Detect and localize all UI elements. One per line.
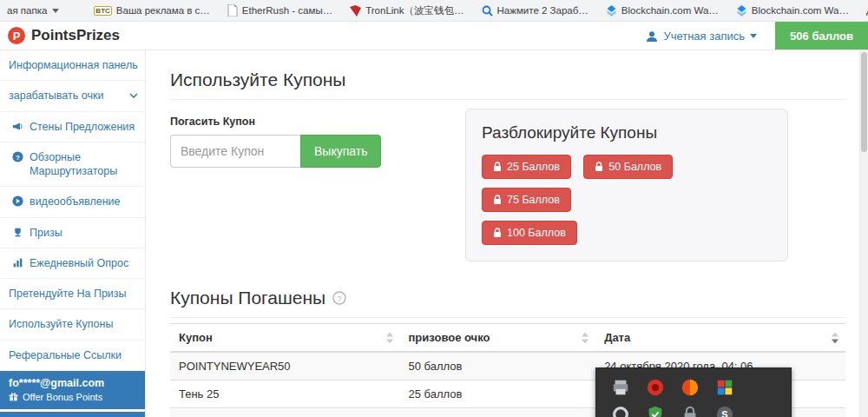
bonus-account-qq[interactable]: 90*****@qq.com Offer Bonus Points — [0, 412, 145, 417]
caret-down-icon — [52, 9, 59, 13]
system-tray-popup: S — [595, 367, 792, 417]
chart-icon — [12, 257, 23, 268]
trophy-icon — [12, 227, 23, 238]
chevron-down-icon — [129, 93, 138, 98]
coupon-input[interactable] — [170, 135, 300, 168]
unlock-coupons-card: Разблокируйте Купоны 25 Баллов 50 Баллов… — [465, 109, 788, 261]
divider — [170, 99, 845, 100]
bookmark-item[interactable]: Blockchain.com Wa… — [736, 5, 849, 17]
main-content: Используйте Купоны Погасить Купон Выкупа… — [146, 50, 859, 417]
cell-points: 50 баллов — [400, 352, 596, 381]
account-email: fo*****@gmail.com — [9, 377, 136, 389]
bookmark-item[interactable]: TronLink（波宝钱包… — [350, 4, 464, 17]
s-app-tray-icon[interactable]: S — [715, 405, 734, 417]
unlock-100-button[interactable]: 100 Баллов — [482, 221, 577, 245]
svg-text:P: P — [13, 30, 21, 43]
unlock-25-button[interactable]: 25 Баллов — [482, 155, 571, 179]
sidebar-item-label: видеообъявление — [30, 195, 121, 208]
redeem-button[interactable]: Выкупать — [300, 135, 381, 168]
sort-desc-icon — [832, 332, 838, 343]
sidebar-item-prizes[interactable]: Призы — [0, 218, 145, 248]
sidebar-item-referral-links[interactable]: Реферальные Ссылки — [0, 341, 145, 371]
sidebar-item-label: Претендуйте На Призы — [9, 288, 127, 300]
megaphone-icon — [12, 121, 23, 132]
sidebar: Информационная панель зарабатывать очки … — [0, 50, 146, 417]
user-icon — [646, 30, 658, 43]
bookmark-item[interactable]: Blockchain.com Wa… — [606, 5, 719, 17]
page-title: Используйте Купоны — [170, 70, 845, 90]
sidebar-item-daily-poll[interactable]: Ежедневный Опрос — [0, 248, 145, 279]
lock-icon — [493, 228, 502, 238]
sort-icon — [386, 332, 393, 343]
color-grid-tray-icon[interactable] — [715, 378, 734, 397]
vertical-scrollbar[interactable] — [859, 50, 868, 417]
unlock-button-label: 25 Баллов — [507, 161, 560, 173]
sidebar-item-dashboard[interactable]: Информационная панель — [0, 50, 145, 81]
unlock-button-label: 100 Баллов — [507, 227, 566, 239]
printer-tray-icon[interactable] — [611, 378, 630, 397]
points-badge[interactable]: 506 баллов — [775, 22, 868, 50]
shield-check-tray-icon[interactable] — [646, 405, 665, 417]
redeem-form: Погасить Купон Выкупать — [170, 116, 404, 168]
redeem-label: Погасить Купон — [170, 116, 404, 128]
sidebar-item-offer-walls[interactable]: Стены Предложения — [0, 112, 145, 142]
svg-text:S: S — [721, 409, 727, 417]
help-circle-icon[interactable]: ? — [332, 291, 346, 305]
unlock-button-label: 50 Баллов — [608, 161, 661, 173]
sidebar-item-earn-points[interactable]: зарабатывать очки — [0, 81, 145, 111]
ring-tray-icon[interactable] — [611, 405, 630, 417]
redeemed-title-text: Купоны Погашены — [170, 288, 326, 308]
column-header-points[interactable]: призовое очко — [400, 324, 596, 353]
sidebar-item-survey-routers[interactable]: ? Обзорные Маршрутизаторы — [0, 142, 145, 188]
table-header-row: Купон призовое очко Дата — [170, 324, 845, 353]
sidebar-item-label: Информационная панель — [9, 59, 138, 71]
svg-text:?: ? — [338, 295, 342, 303]
lock-icon — [493, 195, 502, 205]
red-record-tray-icon[interactable] — [646, 378, 665, 397]
account-menu[interactable]: Учетная запись — [646, 30, 757, 43]
unlock-button-label: 75 Баллов — [507, 194, 560, 206]
cell-points: 25 баллов — [400, 381, 596, 408]
unlock-title: Разблокируйте Купоны — [482, 123, 772, 142]
column-header-coupon[interactable]: Купон — [170, 324, 400, 353]
document-icon — [227, 4, 238, 17]
column-header-date[interactable]: Дата — [595, 324, 845, 353]
sidebar-item-label: Призы — [30, 226, 62, 240]
sidebar-item-label: Используйте Купоны — [9, 318, 113, 330]
bookmark-item[interactable]: EtherRush - самы… — [227, 4, 332, 17]
sidebar-item-label: зарабатывать очки — [9, 89, 103, 103]
account-label: Учетная запись — [663, 30, 745, 43]
lock-icon — [493, 162, 502, 172]
redeemed-section-title: Купоны Погашены ? — [170, 288, 845, 308]
redeem-section: Погасить Купон Выкупать Разблокируйте Ку… — [170, 105, 845, 286]
cell-coupon: Бесстрашный 50 — [170, 408, 400, 417]
cell-coupon: Тень 25 — [170, 381, 400, 408]
unlock-50-button[interactable]: 50 Баллов — [583, 155, 673, 179]
bonus-account-gmail[interactable]: fo*****@gmail.com Offer Bonus Points — [0, 371, 145, 409]
unlock-75-button[interactable]: 75 Баллов — [482, 188, 571, 212]
sidebar-item-label: Обзорные Маршрутизаторы — [30, 150, 138, 179]
sidebar-item-use-coupons[interactable]: Используйте Купоны — [0, 309, 145, 340]
lock-icon — [595, 162, 603, 172]
sidebar-item-label: Реферальные Ссылки — [9, 349, 122, 361]
lock-tray-icon[interactable] — [681, 405, 700, 417]
brand-name: PointsPrizes — [31, 27, 120, 44]
bookmark-label: Blockchain.com Wa… — [752, 5, 849, 16]
play-circle-icon — [12, 195, 23, 207]
flame-tray-icon[interactable] — [681, 378, 700, 397]
blockchain-icon — [736, 5, 747, 17]
gift-icon — [9, 392, 18, 401]
sidebar-item-label: Ежедневный Опрос — [30, 256, 128, 270]
brand-logo[interactable]: P PointsPrizes — [7, 26, 120, 45]
bookmark-item[interactable]: BTC Ваша реклама в с… — [94, 5, 209, 16]
scrollbar-thumb[interactable] — [861, 52, 867, 152]
sidebar-item-video-ads[interactable]: видеообъявление — [0, 187, 145, 217]
points-badge-label: 506 баллов — [790, 30, 853, 43]
bookmark-label: Нажмите 2 Зараб… — [497, 5, 589, 16]
bookmark-folder[interactable]: ая папка — [7, 5, 59, 16]
pointsprizes-logo-icon: P — [7, 26, 26, 45]
bookmark-folder-label: ая папка — [7, 5, 47, 16]
bookmark-label: Ваша реклама в с… — [116, 5, 210, 16]
bookmark-item[interactable]: Нажмите 2 Зараб… — [482, 5, 589, 17]
sidebar-item-claim-prizes[interactable]: Претендуйте На Призы — [0, 279, 145, 309]
